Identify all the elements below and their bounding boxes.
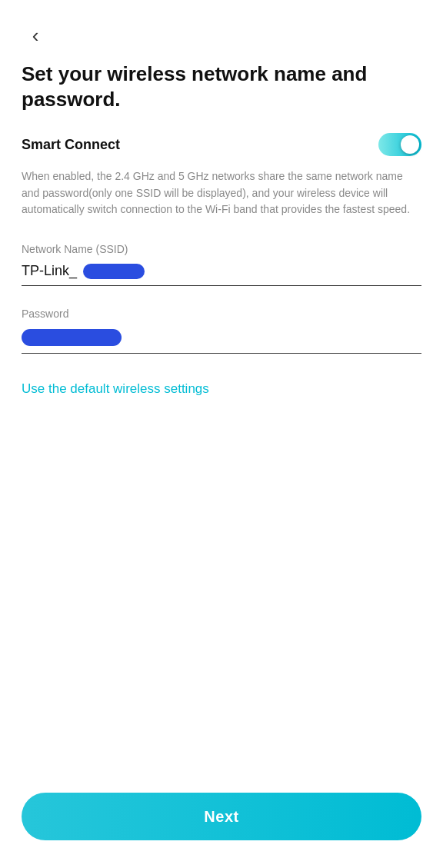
password-value[interactable] [22,324,421,354]
password-label: Password [22,308,421,320]
smart-connect-row: Smart Connect [22,133,421,156]
smart-connect-toggle[interactable] [378,133,421,156]
ssid-text-prefix: TP-Link_ [22,263,77,279]
page-title: Set your wireless network name and passw… [22,62,421,111]
spacer [22,397,421,777]
password-field: Password [22,308,421,375]
back-icon: ‹ [32,25,39,45]
toggle-track [378,133,421,156]
default-wireless-settings-link[interactable]: Use the default wireless settings [22,381,421,397]
next-button[interactable]: Next [22,793,421,840]
next-button-wrapper: Next [22,777,421,868]
page-container: ‹ Set your wireless network name and pas… [0,0,443,868]
ssid-redacted-value [83,264,145,279]
password-input-wrapper [22,324,421,354]
back-button[interactable]: ‹ [22,22,49,49]
network-name-value[interactable]: TP-Link_ [22,260,421,286]
toggle-thumb [401,135,419,154]
smart-connect-label: Smart Connect [22,137,120,153]
network-name-input-wrapper: TP-Link_ [22,260,421,286]
password-redacted-value [22,329,122,346]
smart-connect-description: When enabled, the 2.4 GHz and 5 GHz netw… [22,168,421,218]
network-name-field: Network Name (SSID) TP-Link_ [22,243,421,308]
network-name-label: Network Name (SSID) [22,243,421,255]
